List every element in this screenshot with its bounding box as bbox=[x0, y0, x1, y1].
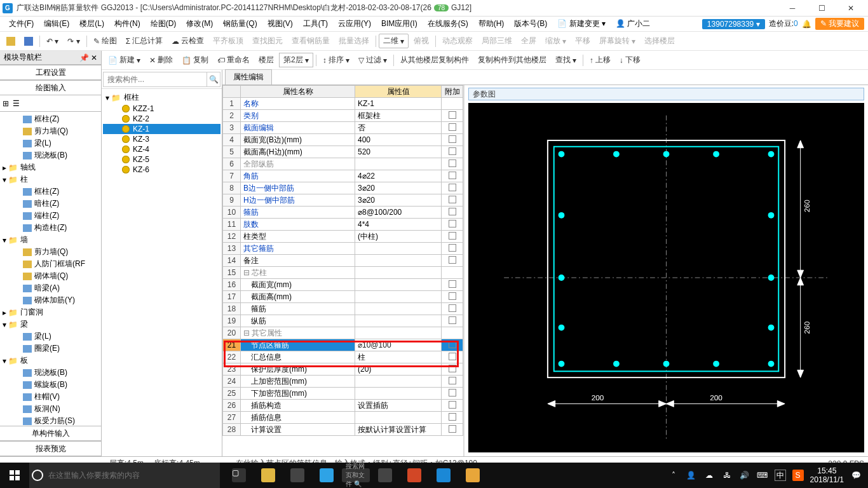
lefttree-item[interactable]: 砌体墙(Q) bbox=[0, 270, 101, 282]
lefttree-item[interactable]: 现浇板(B) bbox=[0, 367, 101, 379]
prop-row[interactable]: 17截面高(mm) bbox=[223, 291, 463, 303]
lefttree-item[interactable]: 构造柱(Z) bbox=[0, 222, 101, 234]
prop-row[interactable]: 12柱类型(中柱) bbox=[223, 231, 463, 243]
view-list-icon[interactable]: ☰ bbox=[13, 99, 20, 108]
menu-cloud[interactable]: 云应用(Y) bbox=[333, 18, 376, 29]
lefttree-item[interactable]: 圈梁(E) bbox=[0, 342, 101, 355]
lefttree-item[interactable]: ▾ 📁 板 bbox=[0, 355, 101, 367]
new-change-button[interactable]: 📄 新建变更 ▾ bbox=[552, 18, 611, 29]
tb-undo[interactable]: ↶ ▾ bbox=[43, 36, 62, 47]
tb-cloudcheck[interactable]: ☁ 云检查 bbox=[168, 34, 208, 48]
prop-row[interactable]: 2类别框架柱 bbox=[223, 110, 463, 122]
tb2-find[interactable]: 查找 ▾ bbox=[552, 53, 580, 67]
prop-row[interactable]: 19纵筋 bbox=[223, 315, 463, 327]
app-note[interactable] bbox=[459, 463, 487, 488]
app-ggj[interactable] bbox=[430, 463, 458, 488]
menu-component[interactable]: 构件(N) bbox=[109, 18, 146, 29]
tb-draw[interactable]: ✎ 绘图 bbox=[90, 34, 121, 48]
tray-net-icon[interactable]: 🖧 bbox=[721, 470, 733, 481]
tb-open[interactable] bbox=[3, 36, 19, 47]
app-360[interactable] bbox=[371, 463, 399, 488]
tray-notif-icon[interactable]: 💬 bbox=[850, 470, 862, 481]
tray-clock[interactable]: 15:452018/11/1 bbox=[810, 466, 844, 485]
prop-row[interactable]: 3截面编辑否 bbox=[223, 122, 463, 134]
menu-rebar[interactable]: 钢筋量(Q) bbox=[218, 18, 262, 29]
tb-selfloor[interactable]: 选择楼层 bbox=[641, 34, 679, 48]
tb-fullscreen[interactable]: 全屏 bbox=[517, 34, 540, 48]
tb2-del[interactable]: ✕ 删除 bbox=[146, 53, 177, 67]
prop-row[interactable]: 21节点区箍筋⌀10@100 bbox=[223, 339, 463, 351]
midtree-item[interactable]: KZZ-1 bbox=[103, 104, 220, 114]
prop-row[interactable]: 6全部纵筋 bbox=[223, 158, 463, 170]
menu-modify[interactable]: 修改(M) bbox=[181, 18, 218, 29]
lefttree-item[interactable]: 暗梁(A) bbox=[0, 282, 101, 294]
left-tree[interactable]: 框柱(Z)剪力墙(Q)梁(L)现浇板(B)▸ 📁 轴线▾ 📁 柱框柱(Z)暗柱(… bbox=[0, 112, 101, 426]
search-button[interactable]: 🔍 bbox=[207, 72, 220, 87]
dock-btn-single[interactable]: 单构件输入 bbox=[0, 426, 101, 441]
prop-row[interactable]: 1名称KZ-1 bbox=[223, 98, 463, 110]
property-grid[interactable]: 属性名称 属性值 附加 1名称KZ-12类别框架柱3截面编辑否4截面宽(B边)(… bbox=[222, 85, 464, 456]
tb-rotate[interactable]: 屏幕旋转 ▾ bbox=[595, 34, 639, 48]
taskbar-search[interactable] bbox=[29, 463, 220, 488]
prop-row[interactable]: 20⊟ 其它属性 bbox=[223, 327, 463, 339]
minimize-button[interactable]: ─ bbox=[778, 0, 807, 17]
app-spin[interactable] bbox=[283, 463, 311, 488]
tb2-copy[interactable]: 📋 复制 bbox=[178, 53, 212, 67]
suggest-button[interactable]: ✎ 我要建议 bbox=[815, 18, 864, 30]
tb2-up[interactable]: ↑ 上移 bbox=[586, 53, 614, 67]
menu-view[interactable]: 视图(V) bbox=[262, 18, 298, 29]
tb2-new[interactable]: 📄 新建 ▾ bbox=[104, 53, 144, 67]
prop-row[interactable]: 11肢数4*4 bbox=[223, 219, 463, 231]
tb-pan[interactable]: 平移 bbox=[571, 34, 594, 48]
user-label[interactable]: 👤 广小二 bbox=[611, 18, 655, 29]
menu-edit[interactable]: 编辑(E) bbox=[39, 18, 74, 29]
menu-file[interactable]: 文件(F) bbox=[4, 18, 39, 29]
tb2-sort[interactable]: ↕ 排序 ▾ bbox=[319, 53, 353, 67]
prop-row[interactable]: 28计算设置按默认计算设置计算 bbox=[223, 424, 463, 436]
dock-btn-draw[interactable]: 绘图输入 bbox=[0, 80, 101, 95]
midtree-item[interactable]: KZ-4 bbox=[103, 144, 220, 154]
midtree-item[interactable]: KZ-3 bbox=[103, 134, 220, 144]
prop-row[interactable]: 4截面宽(B边)(mm)400 bbox=[223, 134, 463, 146]
lefttree-item[interactable]: 剪力墙(Q) bbox=[0, 246, 101, 258]
dock-btn-report[interactable]: 报表预览 bbox=[0, 441, 101, 456]
app-folder[interactable] bbox=[254, 463, 282, 488]
lefttree-item[interactable]: ▾ 📁 柱 bbox=[0, 173, 101, 186]
tb-top[interactable]: 俯视 bbox=[410, 34, 433, 48]
menu-help[interactable]: 帮助(H) bbox=[473, 18, 510, 29]
prop-row[interactable]: 25下加密范围(mm) bbox=[223, 388, 463, 400]
lefttree-item[interactable]: ▾ 📁 梁 bbox=[0, 318, 101, 330]
tb2-copyfrom[interactable]: 从其他楼层复制构件 bbox=[397, 53, 473, 67]
lefttree-item[interactable]: 人防门框墙(RF bbox=[0, 258, 101, 270]
lefttree-item[interactable]: 暗柱(Z) bbox=[0, 198, 101, 210]
prop-row[interactable]: 22汇总信息柱 bbox=[223, 351, 463, 363]
prop-row[interactable]: 27插筋信息 bbox=[223, 412, 463, 424]
prop-row[interactable]: 15⊟ 芯柱 bbox=[223, 267, 463, 279]
tb-redo[interactable]: ↷ ▾ bbox=[64, 36, 83, 47]
tray-sogou-icon[interactable]: S bbox=[792, 470, 804, 481]
app-searchweb[interactable]: 搜索网页和文件 🔍 bbox=[342, 463, 370, 488]
viewport-canvas[interactable]: 260 260 200 200 bbox=[468, 103, 864, 452]
prop-row[interactable]: 8B边一侧中部筋3⌀20 bbox=[223, 182, 463, 194]
property-tab[interactable]: 属性编辑 bbox=[225, 69, 272, 85]
lefttree-item[interactable]: 框柱(Z) bbox=[0, 113, 101, 125]
prop-row[interactable]: 26插筋构造设置插筋 bbox=[223, 400, 463, 412]
lefttree-item[interactable]: 剪力墙(Q) bbox=[0, 125, 101, 137]
lefttree-item[interactable]: 板受力筋(S) bbox=[0, 415, 101, 426]
prop-row[interactable]: 13其它箍筋 bbox=[223, 243, 463, 255]
tray-kbd-icon[interactable]: ⌨ bbox=[757, 470, 768, 481]
lefttree-item[interactable]: ▸ 📁 轴线 bbox=[0, 161, 101, 173]
midtree-item[interactable]: KZ-5 bbox=[103, 154, 220, 165]
lefttree-item[interactable]: ▸ 📁 门窗洞 bbox=[0, 306, 101, 318]
prop-row[interactable]: 10箍筋⌀8@100/200 bbox=[223, 207, 463, 219]
tb-local3d[interactable]: 局部三维 bbox=[478, 34, 516, 48]
tray-cloud-icon[interactable]: ☁ bbox=[703, 470, 715, 481]
prop-row[interactable]: 9H边一侧中部筋3⌀20 bbox=[223, 194, 463, 207]
prop-row[interactable]: 24上加密范围(mm) bbox=[223, 376, 463, 388]
start-button[interactable] bbox=[0, 463, 29, 488]
tray-ime[interactable]: 中 bbox=[775, 470, 786, 481]
maximize-button[interactable]: ☐ bbox=[807, 0, 836, 17]
prop-row[interactable]: 5截面高(H边)(mm)520 bbox=[223, 146, 463, 158]
bell-icon[interactable]: 🔔 bbox=[802, 20, 811, 29]
tb2-down[interactable]: ↓ 下移 bbox=[616, 53, 644, 67]
